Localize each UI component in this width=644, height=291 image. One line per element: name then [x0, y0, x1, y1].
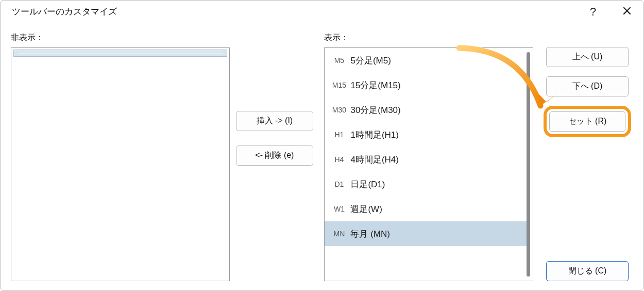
list-item-label: 毎月 (MN) [350, 228, 389, 240]
scrollbar[interactable] [527, 49, 531, 280]
action-buttons-column: 上へ (U) 下へ (D) セット (R) 閉じる (C) [541, 33, 633, 281]
timeframe-icon: M15 [328, 81, 350, 89]
reset-highlight-annotation: セット (R) [544, 106, 631, 137]
shown-list-items: M55分足(M5)M1515分足(M15)M3030分足(M30)H11時間足(… [325, 48, 527, 281]
shown-column: 表示： M55分足(M5)M1515分足(M15)M3030分足(M30)H11… [324, 33, 533, 281]
timeframe-icon: M5 [328, 56, 350, 64]
scroll-thumb[interactable] [527, 52, 530, 277]
list-item-label: 日足(D1) [350, 179, 385, 190]
list-item[interactable]: W1週足(W) [325, 197, 527, 221]
remove-button[interactable]: <- 削除 (e) [236, 146, 313, 166]
list-item-label: 週足(W) [350, 203, 382, 215]
list-item-label: 15分足(M15) [350, 79, 400, 91]
list-item[interactable]: MN毎月 (MN) [325, 221, 527, 246]
list-item[interactable] [13, 50, 227, 57]
list-item[interactable]: M55分足(M5) [325, 48, 527, 73]
shown-label: 表示： [324, 33, 533, 43]
timeframe-icon: M30 [328, 106, 350, 114]
reset-button[interactable]: セット (R) [549, 111, 625, 132]
hidden-column: 非表示： [11, 33, 230, 281]
help-button[interactable]: ? [586, 6, 600, 18]
list-item[interactable]: H44時間足(H4) [325, 147, 527, 172]
list-item-label: 30分足(M30) [350, 104, 400, 116]
move-down-button[interactable]: 下へ (D) [546, 76, 629, 96]
timeframe-icon: MN [328, 230, 350, 238]
customize-toolbar-dialog: ツールバーのカスタマイズ ? 非表示： 挿入 -> (I) <- 削除 (e) … [0, 0, 644, 291]
list-item[interactable]: H11時間足(H1) [325, 122, 527, 147]
titlebar: ツールバーのカスタマイズ ? [1, 1, 643, 23]
move-up-button[interactable]: 上へ (U) [546, 47, 629, 67]
shown-listbox[interactable]: M55分足(M5)M1515分足(M15)M3030分足(M30)H11時間足(… [324, 47, 533, 281]
timeframe-icon: H4 [328, 155, 350, 164]
transfer-buttons-column: 挿入 -> (I) <- 削除 (e) [230, 33, 319, 281]
close-icon[interactable] [620, 6, 634, 18]
hidden-listbox[interactable] [11, 47, 230, 281]
timeframe-icon: H1 [328, 131, 350, 139]
list-item-label: 1時間足(H1) [350, 129, 399, 141]
titlebar-controls: ? [586, 6, 634, 18]
list-item[interactable]: M3030分足(M30) [325, 98, 527, 122]
list-item-label: 4時間足(H4) [350, 154, 399, 166]
timeframe-icon: W1 [328, 205, 350, 213]
insert-button[interactable]: 挿入 -> (I) [236, 111, 313, 131]
list-item[interactable]: D1日足(D1) [325, 172, 527, 197]
list-item[interactable]: M1515分足(M15) [325, 73, 527, 98]
timeframe-icon: D1 [328, 180, 350, 188]
hidden-label: 非表示： [11, 33, 230, 43]
close-button[interactable]: 閉じる (C) [546, 261, 629, 281]
dialog-title: ツールバーのカスタマイズ [12, 6, 117, 18]
dialog-body: 非表示： 挿入 -> (I) <- 削除 (e) 表示： M55分足(M5)M1… [1, 23, 643, 290]
list-item-label: 5分足(M5) [350, 55, 391, 67]
